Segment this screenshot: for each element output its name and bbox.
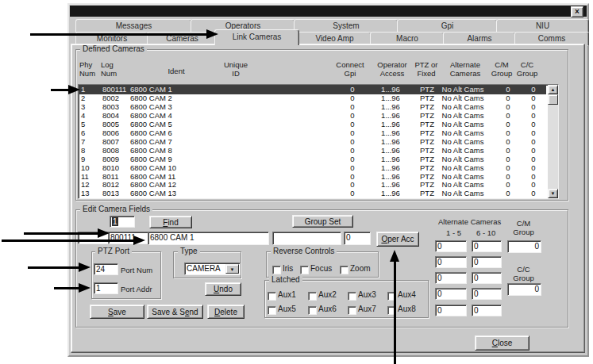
- scrollbar-up-icon[interactable]: ▲: [548, 85, 558, 94]
- alt-cam-5-field[interactable]: 0: [435, 305, 467, 316]
- alt-cams-col2-label: 6 - 10: [476, 228, 495, 237]
- checkbox-icon: [272, 266, 281, 274]
- alt-cam-1-field[interactable]: 0: [435, 240, 467, 252]
- col-header-log-num: Log Num: [101, 60, 117, 78]
- cell-cc: 0: [526, 190, 541, 198]
- type-group-label: Type: [178, 247, 200, 255]
- alt-cam-4-field[interactable]: 0: [435, 288, 467, 300]
- col-header-unique-id: Unique ID: [216, 60, 256, 78]
- cell-cm: 0: [500, 138, 516, 147]
- alt-cam-9-field[interactable]: 0: [472, 288, 502, 300]
- type-combobox-value: CAMERA: [187, 264, 221, 273]
- scrollbar-down-icon[interactable]: ▼: [548, 189, 558, 198]
- table-row[interactable]: 780076800 CAM 701...96PTZNo Alt Cams00: [79, 138, 546, 147]
- aux6-checkbox[interactable]: Aux6: [308, 306, 317, 315]
- annotation-arrow-port-addr-field: [54, 287, 79, 289]
- dialog-titlebar[interactable]: Setup System Configuration NNODE6: [70, 6, 587, 17]
- cell-ident: 6800 CAM 7: [130, 138, 172, 147]
- cell-access: 1...96: [375, 138, 406, 147]
- annotation-arrow-port-num-field: [28, 266, 79, 269]
- cell-access: 1...96: [375, 147, 406, 155]
- cc-group-field[interactable]: 0: [507, 283, 541, 296]
- annotation-arrow-ident-field: [2, 239, 133, 242]
- unique-id-field[interactable]: [272, 232, 341, 245]
- cell-log: 8008: [102, 147, 119, 155]
- port-addr-field[interactable]: 1: [94, 282, 118, 294]
- delete-button[interactable]: Delete: [207, 305, 245, 319]
- cell-cm: 0: [500, 155, 516, 164]
- camera-list-scrollbar[interactable]: ▲ ▼: [548, 85, 558, 198]
- table-row[interactable]: 980096800 CAM 901...96PTZNo Alt Cams00: [79, 155, 546, 164]
- camera-list[interactable]: 18001116800 CAM 101...96PTZNo Alt Cams00…: [78, 84, 559, 199]
- zoom-checkbox[interactable]: Zoom: [340, 266, 348, 274]
- find-button[interactable]: Find: [149, 216, 192, 228]
- cell-cm: 0: [500, 147, 516, 155]
- alt-cam-2-field[interactable]: 0: [435, 256, 467, 268]
- table-row[interactable]: 880086800 CAM 801...96PTZNo Alt Cams00: [79, 147, 546, 155]
- table-row[interactable]: 1380136800 CAM 1301...96PTZNo Alt Cams00: [79, 190, 546, 198]
- cell-cm: 0: [500, 164, 516, 173]
- chevron-down-icon[interactable]: ▼: [225, 264, 239, 274]
- connect-gpi-field[interactable]: 0: [344, 232, 371, 245]
- col-header-phy-num: Phy Num: [79, 60, 95, 78]
- cell-phy: 13: [81, 190, 90, 198]
- cell-log: 8010: [102, 164, 119, 173]
- aux2-checkbox[interactable]: Aux2: [308, 292, 317, 301]
- aux5-checkbox[interactable]: Aux5: [268, 306, 276, 315]
- group-set-button[interactable]: Group Set: [292, 215, 353, 228]
- save-button[interactable]: Save: [90, 305, 144, 319]
- alt-cam-7-field[interactable]: 0: [472, 256, 502, 268]
- close-icon[interactable]: ×: [571, 6, 583, 17]
- edit-camera-fields-group-label: Edit Camera Fields: [80, 205, 152, 213]
- save-and-send-button[interactable]: Save & Send: [147, 305, 203, 319]
- table-row[interactable]: 1080106800 CAM 1001...96PTZNo Alt Cams00: [79, 164, 546, 173]
- alt-cam-6-field[interactable]: 0: [472, 240, 502, 252]
- find-value-field[interactable]: 1: [110, 216, 135, 228]
- tab-link-cameras[interactable]: Link Cameras: [214, 29, 299, 45]
- col-header-alternate-cameras: Alternate Cameras: [437, 60, 493, 78]
- alt-cam-10-field[interactable]: 0: [472, 305, 502, 316]
- tab-messages[interactable]: Messages: [75, 19, 192, 33]
- aux7-checkbox[interactable]: Aux7: [348, 306, 356, 315]
- close-button[interactable]: Close: [475, 335, 529, 351]
- scrollbar-thumb[interactable]: [548, 94, 558, 105]
- annotation-arrow-selected-row: [51, 89, 68, 91]
- aux3-checkbox[interactable]: Aux3: [348, 292, 356, 301]
- type-combobox[interactable]: CAMERA ▼: [184, 262, 241, 275]
- checkbox-icon: [268, 306, 276, 315]
- cell-cc: 0: [526, 147, 541, 155]
- cell-gpi: 0: [345, 155, 360, 164]
- cell-alt: No Alt Cams: [435, 147, 491, 155]
- cell-access: 1...96: [375, 190, 406, 198]
- cell-phy: 9: [81, 155, 85, 164]
- cell-alt: No Alt Cams: [435, 138, 491, 147]
- undo-button[interactable]: Undo: [205, 282, 241, 296]
- cell-ident: 6800 CAM 9: [130, 155, 172, 164]
- cm-group-field[interactable]: 0: [507, 240, 541, 253]
- cell-phy: 8: [81, 147, 85, 155]
- cell-gpi: 0: [345, 164, 360, 173]
- cell-ident: 6800 CAM 8: [130, 147, 172, 155]
- tab-niu[interactable]: NIU: [496, 19, 589, 33]
- ident-field[interactable]: 6800 CAM 1: [148, 232, 269, 245]
- alt-cam-3-field[interactable]: 0: [435, 272, 467, 284]
- port-num-field[interactable]: 24: [94, 263, 118, 275]
- alt-cam-8-field[interactable]: 0: [472, 272, 502, 284]
- cell-cc: 0: [526, 138, 541, 147]
- oper-acc-button[interactable]: Oper Acc: [376, 232, 419, 247]
- cell-cc: 0: [526, 164, 541, 173]
- cell-phy: 7: [81, 138, 85, 147]
- tab-system[interactable]: System: [294, 19, 399, 33]
- tab-gpi[interactable]: Gpi: [397, 19, 498, 33]
- focus-checkbox[interactable]: Focus: [300, 266, 309, 274]
- aux1-checkbox[interactable]: Aux1: [268, 292, 276, 301]
- screenshot-root: Setup System Configuration NNODE6 × Mess…: [0, 0, 593, 364]
- checkbox-icon: [308, 292, 317, 301]
- cc-group-label: C/C Group: [507, 265, 540, 282]
- cm-group-label: C/M Group: [507, 219, 540, 236]
- checkbox-icon: [348, 292, 356, 301]
- cell-access: 1...96: [375, 164, 406, 173]
- annotation-arrow-link-cameras-tab: [30, 33, 206, 36]
- iris-checkbox[interactable]: Iris: [272, 266, 281, 274]
- cell-cc: 0: [526, 155, 541, 164]
